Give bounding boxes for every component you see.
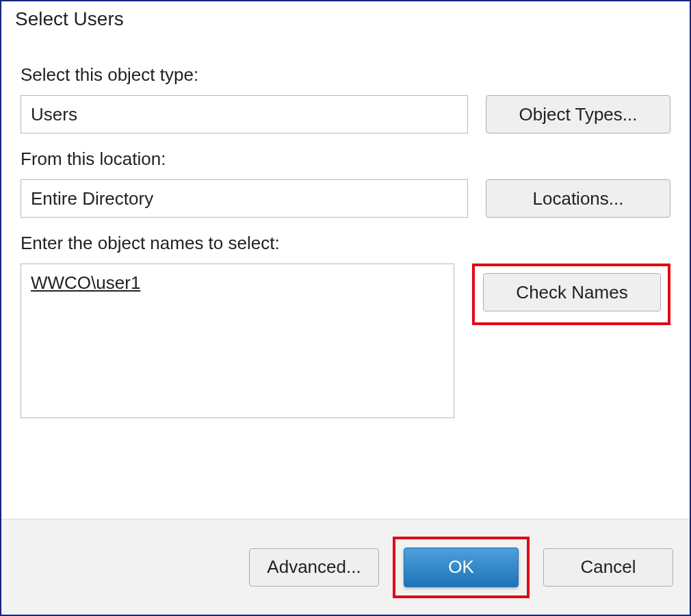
dialog-content: Select this object type: Users Object Ty… bbox=[1, 34, 690, 519]
locations-button[interactable]: Locations... bbox=[486, 179, 670, 218]
advanced-button[interactable]: Advanced... bbox=[249, 548, 379, 587]
location-row: Entire Directory Locations... bbox=[21, 179, 670, 218]
dialog-title: Select Users bbox=[1, 1, 690, 34]
cancel-button[interactable]: Cancel bbox=[543, 548, 673, 587]
object-type-value: Users bbox=[21, 95, 468, 133]
check-names-button[interactable]: Check Names bbox=[483, 273, 661, 311]
object-types-button[interactable]: Object Types... bbox=[486, 95, 670, 133]
highlight-box-icon bbox=[393, 537, 530, 598]
names-label: Enter the object names to select: bbox=[21, 233, 670, 254]
object-type-label: Select this object type: bbox=[21, 64, 670, 86]
select-users-dialog: Select Users Select this object type: Us… bbox=[0, 0, 691, 616]
object-names-input[interactable]: WWCO\user1 bbox=[21, 264, 454, 418]
object-type-row: Users Object Types... bbox=[21, 95, 670, 133]
names-row: WWCO\user1 Check Names bbox=[21, 264, 670, 418]
location-label: From this location: bbox=[21, 149, 670, 170]
check-names-highlight: Check Names bbox=[472, 264, 670, 325]
ok-highlight: OK bbox=[393, 537, 530, 598]
resolved-name: WWCO\user1 bbox=[31, 272, 140, 293]
location-value: Entire Directory bbox=[21, 179, 468, 218]
dialog-footer: Advanced... OK Cancel bbox=[1, 519, 690, 615]
